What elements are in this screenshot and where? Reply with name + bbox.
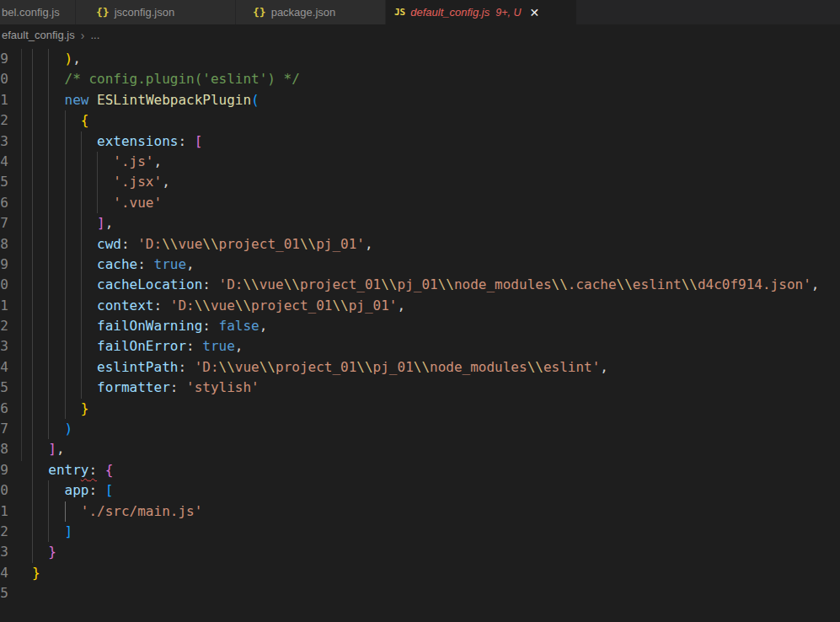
code-line[interactable]: 46 } bbox=[0, 399, 840, 419]
code-line[interactable]: 38 cwd: 'D:\\vue\\project_01\\pj_01', bbox=[0, 234, 840, 255]
indent-guide bbox=[48, 378, 49, 398]
indent-guide bbox=[32, 152, 33, 172]
indent-guide bbox=[81, 131, 82, 152]
code-line[interactable]: 49 entry: { bbox=[0, 460, 840, 480]
indent-guide bbox=[48, 152, 49, 172]
indent-guide bbox=[32, 275, 33, 295]
code-line[interactable]: 48 ], bbox=[0, 439, 840, 459]
line-number: 44 bbox=[0, 357, 8, 378]
code-text: { bbox=[32, 110, 88, 131]
code-line[interactable]: 55 bbox=[0, 583, 840, 603]
tab-package-json[interactable]: {} package.json bbox=[236, 0, 386, 24]
line-number: 46 bbox=[0, 399, 8, 419]
indent-guide bbox=[65, 378, 66, 398]
code-text: ) bbox=[32, 419, 72, 439]
indent-guide bbox=[32, 193, 33, 213]
code-text: './src/main.js' bbox=[32, 501, 202, 522]
indent-guide bbox=[65, 110, 66, 131]
indent-guide bbox=[48, 296, 49, 316]
indent-guide bbox=[81, 255, 82, 275]
code-line[interactable]: 54} bbox=[0, 563, 840, 583]
indent-guide bbox=[81, 172, 82, 192]
code-line[interactable]: 32 { bbox=[0, 110, 840, 131]
close-icon[interactable]: ✕ bbox=[529, 7, 539, 19]
breadcrumb-chevron-icon: › bbox=[81, 29, 85, 42]
indent-guide bbox=[65, 131, 66, 152]
breadcrumb-file[interactable]: efault_config.js bbox=[2, 29, 75, 41]
breadcrumb: efault_config.js › ... bbox=[0, 24, 840, 46]
line-number: 54 bbox=[0, 563, 8, 583]
indent-guide bbox=[48, 255, 49, 275]
indent-guide bbox=[32, 357, 33, 378]
line-number: 40 bbox=[0, 275, 8, 295]
indent-guide bbox=[65, 316, 66, 336]
code-line[interactable]: 43 failOnError: true, bbox=[0, 336, 840, 357]
line-number: 50 bbox=[0, 480, 8, 501]
code-line[interactable]: 29 ), bbox=[0, 49, 840, 69]
line-number: 36 bbox=[0, 193, 8, 213]
code-line[interactable]: 42 failOnWarning: false, bbox=[0, 316, 840, 336]
indent-guide bbox=[32, 399, 33, 419]
code-line[interactable]: 34 '.js', bbox=[0, 152, 840, 172]
indent-guide bbox=[65, 193, 66, 213]
code-line[interactable]: 31 new ESLintWebpackPlugin( bbox=[0, 90, 840, 110]
indent-guide bbox=[32, 378, 33, 398]
indent-guide bbox=[32, 110, 33, 131]
code-text: } bbox=[32, 563, 40, 583]
tab-jsconfig[interactable]: {} jsconfig.json bbox=[76, 0, 236, 24]
indent-guide bbox=[48, 419, 49, 439]
tab-default-config[interactable]: JS default_config.js 9+, U ✕ bbox=[386, 0, 577, 24]
js-icon: JS bbox=[394, 7, 405, 18]
code-editor[interactable]: 29 ),30 /* config.plugin('eslint') */31 … bbox=[0, 46, 840, 622]
indent-guide bbox=[48, 480, 49, 501]
indent-guide bbox=[65, 336, 66, 357]
tab-babel-config[interactable]: bel.config.js bbox=[0, 0, 76, 24]
json-icon: {} bbox=[96, 6, 110, 19]
code-area: 29 ),30 /* config.plugin('eslint') */31 … bbox=[0, 49, 840, 604]
indent-guide bbox=[32, 131, 33, 152]
code-line[interactable]: 30 /* config.plugin('eslint') */ bbox=[0, 69, 840, 89]
indent-guide bbox=[48, 316, 49, 336]
tab-label: bel.config.js bbox=[2, 6, 60, 19]
breadcrumb-ellipsis[interactable]: ... bbox=[90, 29, 99, 41]
code-line[interactable]: 35 '.jsx', bbox=[0, 172, 840, 192]
code-line[interactable]: 44 eslintPath: 'D:\\vue\\project_01\\pj_… bbox=[0, 357, 840, 378]
indent-guide bbox=[65, 255, 66, 275]
code-line[interactable]: 40 cacheLocation: 'D:\\vue\\project_01\\… bbox=[0, 275, 840, 295]
line-number: 32 bbox=[0, 110, 8, 131]
code-line[interactable]: 36 '.vue' bbox=[0, 193, 840, 213]
code-line[interactable]: 47 ) bbox=[0, 419, 840, 439]
indent-guide bbox=[65, 501, 66, 522]
indent-guide bbox=[81, 316, 82, 336]
tab-label: default_config.js bbox=[410, 6, 490, 19]
line-number: 30 bbox=[0, 69, 8, 89]
code-text: context: 'D:\\vue\\project_01\\pj_01', bbox=[32, 296, 405, 316]
line-number: 31 bbox=[0, 90, 8, 110]
code-line[interactable]: 45 formatter: 'stylish' bbox=[0, 378, 840, 398]
code-line[interactable]: 52 ] bbox=[0, 522, 840, 542]
code-text: app: [ bbox=[32, 480, 113, 501]
code-line[interactable]: 33 extensions: [ bbox=[0, 131, 840, 152]
indent-guide bbox=[48, 172, 49, 192]
indent-guide bbox=[97, 152, 98, 172]
line-number: 38 bbox=[0, 234, 8, 255]
indent-guide bbox=[65, 399, 66, 419]
code-line[interactable]: 39 cache: true, bbox=[0, 255, 840, 275]
line-number: 41 bbox=[0, 296, 8, 316]
code-line[interactable]: 41 context: 'D:\\vue\\project_01\\pj_01'… bbox=[0, 296, 840, 316]
code-text: eslintPath: 'D:\\vue\\project_01\\pj_01\… bbox=[32, 357, 608, 378]
code-line[interactable]: 53 } bbox=[0, 542, 840, 562]
indent-guide bbox=[32, 439, 33, 459]
indent-guide bbox=[81, 357, 82, 378]
indent-guide bbox=[65, 357, 66, 378]
code-line[interactable]: 37 ], bbox=[0, 213, 840, 233]
code-text: extensions: [ bbox=[32, 131, 202, 152]
code-text: } bbox=[32, 542, 56, 562]
code-line[interactable]: 50 app: [ bbox=[0, 480, 840, 501]
indent-guide bbox=[81, 213, 82, 233]
code-line[interactable]: 51 './src/main.js' bbox=[0, 501, 840, 522]
indent-guide bbox=[81, 193, 82, 213]
line-number: 52 bbox=[0, 522, 8, 542]
line-number: 34 bbox=[0, 152, 8, 172]
line-number: 55 bbox=[0, 583, 8, 603]
